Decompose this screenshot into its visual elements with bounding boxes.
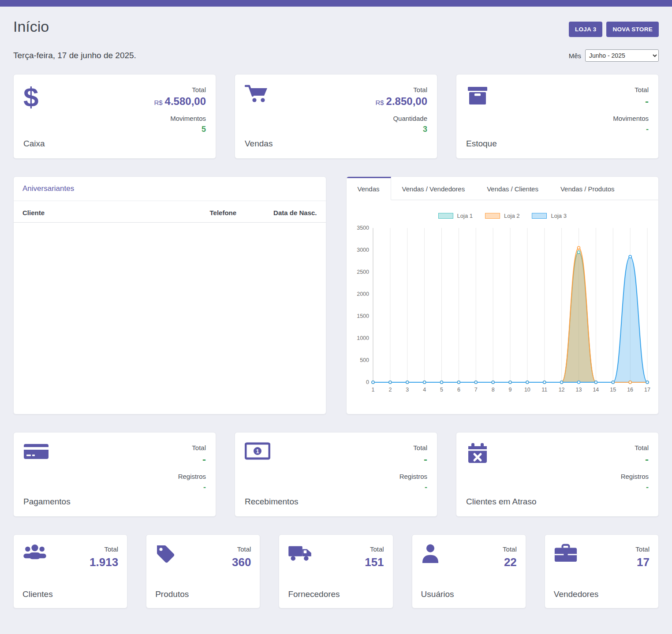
svg-text:3000: 3000 bbox=[357, 247, 369, 253]
svg-text:16: 16 bbox=[627, 387, 633, 393]
card-title: Vendas bbox=[245, 139, 273, 149]
total-label: Total bbox=[154, 86, 206, 93]
sub-label: Registros bbox=[399, 473, 427, 480]
pagamentos-card: Pagamentos Total - Registros - bbox=[13, 432, 216, 517]
sub-label: Registros bbox=[621, 473, 649, 480]
mid-stats-row: Pagamentos Total - Registros - 1 Recebim… bbox=[13, 432, 659, 517]
header: Início LOJA 3 NOVA STORE bbox=[13, 18, 659, 37]
svg-text:1000: 1000 bbox=[357, 335, 369, 341]
sales-line-chart: 0500100015002000250030003500123456789101… bbox=[350, 224, 654, 397]
tag-icon bbox=[155, 544, 189, 564]
svg-text:3500: 3500 bbox=[357, 225, 369, 231]
top-stats-row: $ Caixa Total R$4.580,00 Movimentos 5 bbox=[13, 74, 659, 159]
svg-text:1: 1 bbox=[256, 448, 259, 455]
legend-swatch bbox=[532, 213, 547, 219]
svg-text:500: 500 bbox=[360, 357, 369, 363]
credit-card-icon bbox=[23, 442, 71, 461]
card-title: Fornecedores bbox=[288, 589, 340, 599]
money-bill-icon: 1 bbox=[245, 442, 298, 460]
total-value: - bbox=[399, 453, 427, 466]
user-icon bbox=[421, 544, 454, 564]
sub-label: Movimentos bbox=[613, 115, 649, 122]
clientes-card: Clientes Total 1.913 bbox=[13, 534, 127, 608]
month-label: Mês bbox=[569, 52, 581, 60]
estoque-card: Estoque Total - Movimentos - bbox=[456, 74, 659, 159]
dashboard-page: Início LOJA 3 NOVA STORE Terça-feira, 17… bbox=[0, 7, 672, 630]
total-value: - bbox=[613, 95, 649, 108]
sub-value: - bbox=[621, 483, 649, 492]
calendar-x-icon bbox=[466, 442, 536, 465]
chart-tabs: Vendas Vendas / Vendedores Vendas / Clie… bbox=[347, 177, 659, 200]
svg-text:13: 13 bbox=[575, 387, 582, 393]
svg-text:3: 3 bbox=[406, 387, 409, 393]
legend-item-loja-1[interactable]: Loja 1 bbox=[438, 213, 473, 219]
legend-swatch bbox=[485, 213, 500, 219]
caixa-card: $ Caixa Total R$4.580,00 Movimentos 5 bbox=[13, 74, 216, 159]
month-picker: Mês Junho - 2025 bbox=[569, 49, 659, 62]
svg-text:8: 8 bbox=[491, 387, 494, 393]
legend-item-loja-3[interactable]: Loja 3 bbox=[532, 213, 566, 219]
cart-icon bbox=[245, 84, 273, 104]
svg-text:2000: 2000 bbox=[357, 291, 369, 297]
total-value: 1.913 bbox=[90, 556, 118, 569]
svg-text:0: 0 bbox=[366, 379, 369, 385]
current-date: Terça-feira, 17 de junho de 2025. bbox=[13, 51, 136, 60]
card-title: Estoque bbox=[466, 139, 497, 149]
usuarios-card: Usuários Total 22 bbox=[412, 534, 526, 608]
svg-text:14: 14 bbox=[593, 387, 599, 393]
total-label: Total bbox=[375, 86, 427, 93]
card-title: Clientes em Atraso bbox=[466, 497, 536, 507]
tab-vendas-vendedores[interactable]: Vendas / Vendedores bbox=[391, 177, 476, 200]
chart-area: 0500100015002000250030003500123456789101… bbox=[347, 222, 659, 404]
legend-label: Loja 1 bbox=[457, 213, 473, 219]
tab-vendas-clientes[interactable]: Vendas / Clientes bbox=[476, 177, 549, 200]
middle-row: Aniversariantes Cliente Telefone Data de… bbox=[13, 176, 659, 414]
birthdays-title: Aniversariantes bbox=[14, 177, 326, 201]
sub-value: 3 bbox=[375, 125, 427, 134]
new-store-button[interactable]: NOVA STORE bbox=[606, 22, 659, 37]
total-value: 151 bbox=[365, 556, 384, 569]
tab-vendas[interactable]: Vendas bbox=[347, 177, 391, 200]
svg-text:1500: 1500 bbox=[357, 313, 369, 319]
fornecedores-card: Fornecedores Total 151 bbox=[279, 534, 393, 608]
card-title: Pagamentos bbox=[23, 497, 71, 507]
month-select[interactable]: Junho - 2025 bbox=[585, 49, 659, 62]
svg-text:5: 5 bbox=[440, 387, 443, 393]
total-value: 360 bbox=[232, 556, 251, 569]
total-value: R$4.580,00 bbox=[154, 95, 206, 108]
legend-label: Loja 2 bbox=[504, 213, 519, 219]
total-value: 17 bbox=[635, 556, 650, 569]
chart-legend: Loja 1Loja 2Loja 3 bbox=[347, 200, 659, 222]
sub-label: Movimentos bbox=[154, 115, 206, 122]
total-label: Total bbox=[621, 444, 649, 451]
recebimentos-card: 1 Recebimentos Total - Registros - bbox=[235, 432, 437, 517]
card-title: Usuários bbox=[421, 589, 454, 599]
vendedores-card: Vendedores Total 17 bbox=[545, 534, 659, 608]
svg-text:15: 15 bbox=[610, 387, 616, 393]
svg-text:1: 1 bbox=[371, 387, 374, 393]
top-accent-bar bbox=[0, 0, 672, 7]
truck-icon bbox=[288, 544, 340, 562]
card-title: Clientes bbox=[22, 589, 53, 599]
total-value: - bbox=[621, 453, 649, 466]
total-value: - bbox=[178, 453, 206, 466]
total-value: R$2.850,00 bbox=[375, 95, 427, 108]
legend-item-loja-2[interactable]: Loja 2 bbox=[485, 213, 519, 219]
svg-text:2500: 2500 bbox=[357, 269, 369, 275]
total-label: Total bbox=[503, 545, 517, 553]
currency-prefix: R$ bbox=[154, 99, 162, 106]
svg-text:10: 10 bbox=[524, 387, 530, 393]
tab-vendas-produtos[interactable]: Vendas / Produtos bbox=[549, 177, 626, 200]
dollar-icon: $ bbox=[23, 84, 45, 110]
sub-value: 5 bbox=[154, 125, 206, 134]
svg-text:4: 4 bbox=[423, 387, 426, 393]
currency-prefix: R$ bbox=[375, 99, 384, 106]
sub-label: Registros bbox=[178, 473, 206, 480]
svg-text:7: 7 bbox=[474, 387, 477, 393]
total-label: Total bbox=[365, 545, 384, 553]
page-title: Início bbox=[13, 18, 49, 35]
header-buttons: LOJA 3 NOVA STORE bbox=[569, 22, 659, 37]
produtos-card: Produtos Total 360 bbox=[146, 534, 260, 608]
card-title: Produtos bbox=[155, 589, 189, 599]
store-button[interactable]: LOJA 3 bbox=[569, 22, 603, 37]
